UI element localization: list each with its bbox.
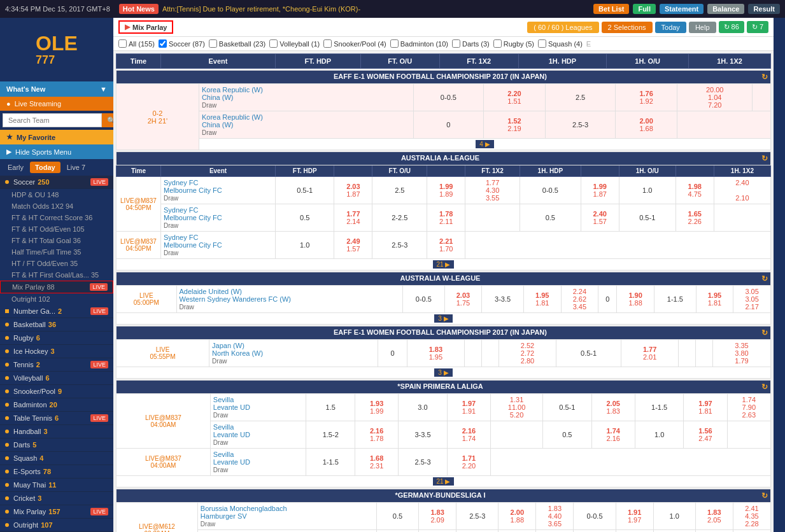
more-button[interactable]: 3 ▶ [434,314,452,323]
filter-squash[interactable]: Squash (4) [538,39,583,48]
filter-all-checkbox[interactable] [118,39,127,48]
hdp-odds[interactable]: 1.831.95 [407,340,465,367]
tab-today[interactable]: Today [30,162,60,173]
ou-odds[interactable] [481,340,499,367]
sport-item-rugby[interactable]: Rugby 6 [0,332,113,345]
match-event[interactable]: SevillaLevante UDDraw [210,394,306,421]
hdp-odds[interactable]: 1.772.14 [334,204,372,232]
today-button[interactable]: Today [655,22,686,33]
1h-1x2-odds[interactable]: 3.053.052.17 [733,286,771,313]
filter-volleyball[interactable]: Volleyball (1) [269,39,320,48]
ou-odds[interactable]: 2.211.70 [427,232,465,259]
1h-1x2-odds[interactable]: 3.353.801.79 [713,340,771,367]
sport-item-volleyball[interactable]: Volleyball 6 [0,372,113,385]
match-event[interactable]: Japan (W)North Korea (W)Draw [209,340,378,367]
sub-first-goal[interactable]: FT & HT First Goal/Las... 35 [0,269,113,281]
sport-item-ice-hockey[interactable]: Ice Hockey 3 [0,345,113,358]
1h-1x2-odds[interactable]: 2.40 2.10 [714,177,770,204]
match-event[interactable]: Borussia MonchengladbachHamburger SVDraw [197,503,376,530]
sub-outright[interactable]: Outright 102 [0,293,113,305]
league-refresh-icon[interactable]: ↻ [761,154,768,163]
more-button[interactable]: 21 ▶ [433,477,455,486]
refresh-button-1[interactable]: ↻ 86 [719,21,744,33]
more-button[interactable]: 3 ▶ [434,368,452,377]
1x2-odds[interactable]: 1.774.303.55 [465,177,520,204]
statement-button[interactable]: Statement [660,4,704,14]
1h-ou-odds[interactable]: 2.251.68 [695,530,733,533]
ou-odds[interactable]: 2.161.74 [447,421,490,449]
1h-hdp-odds[interactable]: 1.991.87 [581,177,619,204]
1h-1x2-odds[interactable]: 1.747.902.63 [727,394,770,421]
bet-list-button[interactable]: Bet List [593,4,629,14]
1h-1x2-odds[interactable]: 2.414.352.28 [733,503,770,530]
ou-odds[interactable]: 1.971.91 [447,394,490,421]
hdp-odds[interactable]: 2.491.57 [334,232,372,259]
1x2-odds[interactable]: 2.522.722.80 [499,340,556,367]
filter-volleyball-checkbox[interactable] [269,39,278,48]
1h-ou-odds[interactable]: 1.984.75 [675,177,714,204]
hdp-odds[interactable]: 2.201.51 [483,84,546,111]
sub-ht-ft-odd[interactable]: HT / FT Odd/Even 35 [0,258,113,269]
sport-item-soccer[interactable]: Soccer 250 LIVE [0,176,113,189]
sub-match-odds[interactable]: Match Odds 1X2 94 [0,200,113,212]
sport-item-table-tennis[interactable]: Table Tennis 6 LIVE [0,412,113,425]
hdp-odds[interactable]: 2.031.87 [334,177,372,204]
1x2-odds[interactable]: 20.001.047.20 [677,84,752,111]
sport-item-esports[interactable]: E-Sports 78 [0,465,113,479]
1h-ou-odds[interactable]: 1.652.26 [675,204,714,232]
filter-soccer-checkbox[interactable] [159,39,167,48]
sport-item-badminton[interactable]: Badminton 20 [0,398,113,412]
1h-hdp-odds[interactable]: 1.911.97 [616,503,653,530]
1x2-odds[interactable]: 1.3111.005.20 [491,394,543,421]
1h-hdp-odds[interactable]: 1.901.88 [617,286,654,313]
full-button[interactable]: Full [633,4,656,14]
sport-item-snooker[interactable]: Snooker/Pool 9 [0,385,113,398]
search-input[interactable] [3,113,102,127]
hdp-odds[interactable]: 1.832.09 [419,503,456,530]
1x2-odds[interactable]: 1.834.403.65 [536,503,574,530]
whats-new-dropdown[interactable]: What's New ▼ [0,81,113,97]
sub-mix-parlay[interactable]: Mix Parlay 88 LIVE [0,281,113,293]
ou-odds[interactable]: 1.792.09 [499,530,536,533]
ou-odds[interactable]: 1.951.81 [523,286,561,313]
filter-darts-checkbox[interactable] [452,39,460,48]
match-event[interactable]: Korea Republic (W)China (W)Draw [199,111,413,139]
1h-hdp-odds[interactable]: 1.772.01 [621,340,679,367]
tab-early[interactable]: Early [3,162,29,173]
sub-halftime[interactable]: Half Time/Full Time 35 [0,246,113,258]
match-event[interactable]: Sydney FCMelbourne City FCDraw [161,204,276,232]
sport-item-cricket[interactable]: Cricket 3 [0,492,113,505]
match-event[interactable]: Borussia MonchengladbachHamburger SVDraw [197,530,376,533]
ou-odds[interactable]: 1.782.11 [427,204,465,232]
1x2-odds[interactable]: 2.242.623.45 [561,286,598,313]
1h-hdp-odds[interactable]: 2.401.57 [581,204,619,232]
league-refresh-icon[interactable]: ↻ [761,73,768,81]
help-button[interactable]: Help [689,22,716,33]
hdp-odds[interactable]: 2.091.83 [419,530,456,533]
1h-hdp-odds[interactable]: 2.051.83 [591,394,635,421]
1h-ou-odds[interactable]: 1.832.05 [695,503,733,530]
filter-snooker[interactable]: Snooker/Pool (4) [323,39,386,48]
filter-snooker-checkbox[interactable] [323,39,332,48]
sport-item-tennis[interactable]: Tennis 2 LIVE [0,358,113,372]
match-event[interactable]: Adelaide United (W)Western Sydney Wander… [176,286,402,313]
hdp-odds[interactable]: 2.031.75 [444,286,482,313]
sport-item-outright[interactable]: Outright 107 [0,519,113,532]
filter-basketball-checkbox[interactable] [209,39,217,48]
filter-badminton[interactable]: Badminton (10) [390,39,448,48]
filter-rugby[interactable]: Rugby (5) [493,39,534,48]
sport-item-handball[interactable]: Handball 3 [0,425,113,438]
sub-correct-score[interactable]: FT & HT Correct Score 36 [0,212,113,223]
1h-ou-odds[interactable] [696,340,713,367]
my-favorite-button[interactable]: ★ My Favorite [0,130,113,144]
filter-darts[interactable]: Darts (3) [452,39,490,48]
sub-total-goal[interactable]: FT & HT Total Goal 36 [0,235,113,246]
league-refresh-icon[interactable]: ↻ [761,491,768,500]
result-button[interactable]: Result [748,4,780,14]
balance-button[interactable]: Balance [707,4,744,14]
league-refresh-icon[interactable]: ↻ [761,328,768,337]
match-event[interactable]: SevillaLevante UDDraw [210,421,306,449]
match-event[interactable]: SevillaLevante UDDraw [210,449,306,476]
1h-hdp-odds[interactable]: 1.742.16 [591,421,635,449]
hdp-odds[interactable]: 1.682.31 [355,449,398,476]
